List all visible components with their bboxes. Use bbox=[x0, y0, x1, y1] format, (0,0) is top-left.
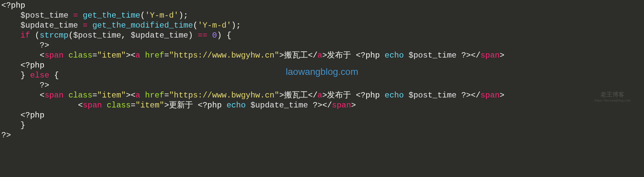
code-line: <?php bbox=[1, 1, 25, 10]
code-line: <?php bbox=[1, 61, 45, 70]
code-line: $update_time = get_the_modified_time('Y-… bbox=[1, 21, 241, 30]
code-line: <span class="item"><a href="https://www.… bbox=[1, 91, 504, 100]
code-line: ?> bbox=[1, 41, 49, 50]
code-line: } else { bbox=[1, 71, 59, 80]
code-line: <span class="item">更新于 <?php echo $updat… bbox=[1, 101, 356, 110]
code-line: ?> bbox=[1, 81, 49, 90]
code-line: ?> bbox=[1, 131, 11, 140]
code-line: } bbox=[1, 121, 25, 130]
code-line: <span class="item"><a href="https://www.… bbox=[1, 51, 504, 60]
code-block: <?php $post_time = get_the_time('Y-m-d')… bbox=[0, 0, 644, 141]
code-line: <?php bbox=[1, 111, 45, 120]
code-line: $post_time = get_the_time('Y-m-d'); bbox=[1, 11, 188, 20]
code-line: if (strcmp($post_time, $update_time) == … bbox=[1, 31, 231, 40]
